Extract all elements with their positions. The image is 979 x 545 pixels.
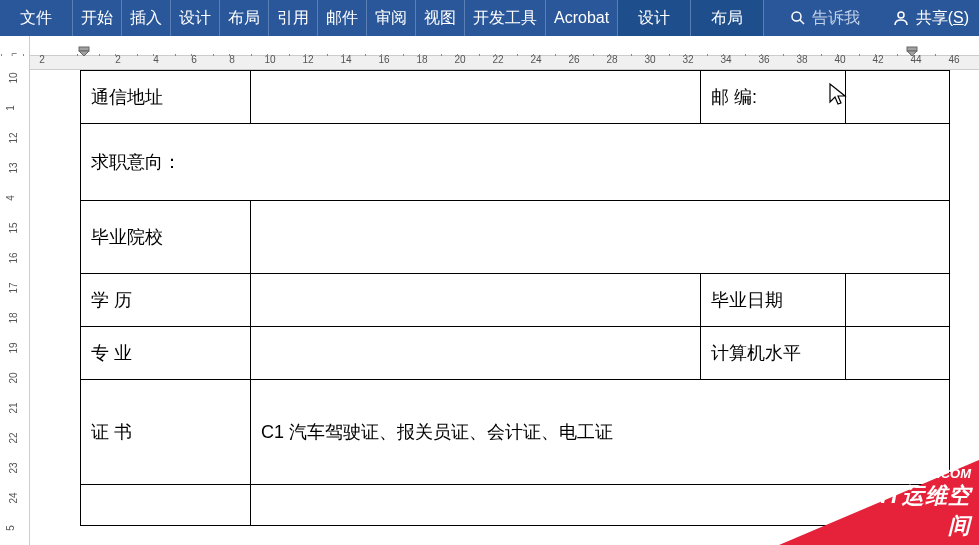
cell-school-value[interactable] [251,201,950,274]
table-row: 学 历 毕业日期 [81,274,950,327]
cell-education-label[interactable]: 学 历 [81,274,251,327]
ruler-h-label: 46 [948,54,959,65]
search-icon [790,10,806,26]
ruler-h-label: 4 [153,54,159,65]
tab-insert[interactable]: 插入 [122,0,171,36]
cell-empty-label[interactable] [81,485,251,526]
cell-graddate-label[interactable]: 毕业日期 [701,274,846,327]
cell-job-intention[interactable]: 求职意向： [81,124,950,201]
table-row: 通信地址 邮 编: [81,71,950,124]
cell-education-value[interactable] [251,274,701,327]
ruler-h-label: 2 [39,54,45,65]
ruler-v-label: 24 [8,492,19,503]
ruler-v-label: 4 [5,195,16,201]
ruler-v-label: 13 [8,162,19,173]
table-row: 求职意向： [81,124,950,201]
ruler-v-label: 10 [8,72,19,83]
svg-rect-3 [79,47,89,51]
ruler-v-label: 19 [8,342,19,353]
ruler-v-label: 15 [8,222,19,233]
svg-point-0 [792,12,801,21]
cell-school-label[interactable]: 毕业院校 [81,201,251,274]
cell-graddate-value[interactable] [846,274,950,327]
tab-table-design[interactable]: 设计 [618,0,691,36]
tab-references[interactable]: 引用 [269,0,318,36]
tab-design[interactable]: 设计 [171,0,220,36]
tab-table-layout[interactable]: 布局 [691,0,764,36]
watermark-name: IT运维空间 [873,481,971,541]
tab-acrobat[interactable]: Acrobat [546,0,618,36]
svg-point-2 [898,12,904,18]
cell-computer-label[interactable]: 计算机水平 [701,327,846,380]
ruler-v-label: 16 [8,252,19,263]
tab-view[interactable]: 视图 [416,0,465,36]
ruler-indent-marker-left[interactable] [78,42,90,52]
svg-marker-4 [79,51,89,56]
cell-major-value[interactable] [251,327,701,380]
share-icon [892,9,910,27]
svg-rect-5 [907,47,917,51]
ruler-v-label: 20 [8,372,19,383]
share-button[interactable]: 共享(S) [882,0,979,36]
ruler-corner: ⌐ [0,36,30,70]
tab-mailings[interactable]: 邮件 [318,0,367,36]
resume-table: 通信地址 邮 编: 求职意向： 毕业院校 学 历 毕业日期 专 业 计算机水平 … [80,70,950,526]
ruler-v-label: 22 [8,432,19,443]
ruler-indent-marker-right[interactable] [906,42,918,52]
table-row: 毕业院校 [81,201,950,274]
svg-marker-6 [907,51,917,56]
ruler-v-label: 18 [8,312,19,323]
ruler-h-label: 6 [191,54,197,65]
cell-postal-value[interactable] [846,71,950,124]
ruler-v-label: 17 [8,282,19,293]
ruler-v-label: 12 [8,132,19,143]
cell-cert-label[interactable]: 证 书 [81,380,251,485]
vertical-ruler[interactable]: 10112134151617181920212223245 [0,70,30,545]
cell-major-label[interactable]: 专 业 [81,327,251,380]
tab-home[interactable]: 开始 [73,0,122,36]
watermark-url: WWW.94IP.COM [873,466,971,481]
ruler-h-label: 2 [115,54,121,65]
tell-me-input[interactable] [812,9,872,27]
cell-postal-label[interactable]: 邮 编: [701,71,846,124]
ruler-v-label: 5 [5,525,16,531]
svg-line-1 [800,20,804,24]
cell-computer-value[interactable] [846,327,950,380]
tab-developer[interactable]: 开发工具 [465,0,546,36]
tab-review[interactable]: 审阅 [367,0,416,36]
cell-address-label[interactable]: 通信地址 [81,71,251,124]
ruler-v-label: 21 [8,402,19,413]
ruler-v-label: 23 [8,462,19,473]
cell-address-value[interactable] [251,71,701,124]
table-row: 专 业 计算机水平 [81,327,950,380]
tab-file[interactable]: 文件 [0,0,73,36]
horizontal-ruler[interactable]: ⌐ 22468101214161820222426283032343638404… [0,36,979,70]
ruler-h-label: 8 [229,54,235,65]
tell-me-search[interactable] [780,0,882,36]
ribbon-bar: 文件 开始 插入 设计 布局 引用 邮件 审阅 视图 开发工具 Acrobat … [0,0,979,36]
share-label: 共享(S) [916,8,969,29]
ruler-v-label: 1 [5,105,16,111]
tab-layout[interactable]: 布局 [220,0,269,36]
